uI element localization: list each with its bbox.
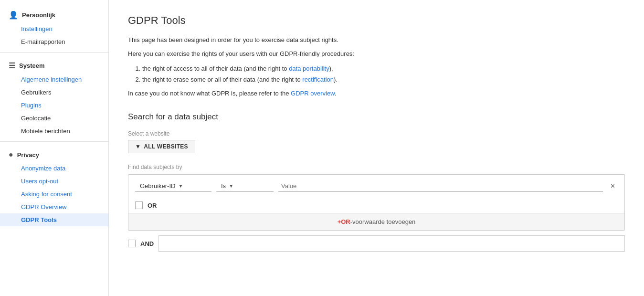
intro-list-item-1: the right of access to all of their data… bbox=[142, 63, 625, 74]
person-icon: 👤 bbox=[9, 11, 18, 20]
filter-box: Gebruiker-ID ▼ Is ▼ × OR +O bbox=[128, 174, 625, 231]
sidebar-divider-2 bbox=[0, 141, 108, 142]
sidebar-item-algemene-instellingen[interactable]: Algemene instellingen bbox=[0, 73, 108, 86]
sidebar-item-gebruikers[interactable]: Gebruikers bbox=[0, 86, 108, 99]
close-filter-button[interactable]: × bbox=[608, 181, 618, 191]
and-row: AND bbox=[128, 231, 625, 256]
page-title: GDPR Tools bbox=[128, 14, 625, 27]
filter-value-input[interactable] bbox=[278, 180, 603, 192]
sidebar-item-users-opt-out[interactable]: Users opt-out bbox=[0, 175, 108, 188]
rectification-link[interactable]: rectification bbox=[302, 76, 334, 83]
intro-list-item-2: the right to erase some or all of their … bbox=[142, 74, 625, 85]
sidebar-item-gdpr-tools[interactable]: GDPR Tools bbox=[0, 213, 108, 226]
search-section-title: Search for a data subject bbox=[128, 112, 625, 122]
sidebar-divider-1 bbox=[0, 52, 108, 53]
sidebar-item-mobiele-berichten[interactable]: Mobiele berichten bbox=[0, 125, 108, 137]
privacy-icon: ● bbox=[9, 150, 13, 159]
sidebar-item-anonymize-data[interactable]: Anonymize data bbox=[0, 162, 108, 175]
website-selector: Select a website ▼ ALL WEBSITES bbox=[128, 130, 625, 153]
sidebar: 👤 Persoonlijk Instellingen E-mailrapport… bbox=[0, 0, 109, 296]
sidebar-section-privacy: ● Privacy bbox=[0, 146, 108, 162]
all-websites-button[interactable]: ▼ ALL WEBSITES bbox=[128, 140, 195, 153]
add-or-condition-button[interactable]: +OR-voorwaarde toevoegen bbox=[128, 213, 624, 230]
condition-dropdown-arrow: ▼ bbox=[229, 183, 233, 189]
sidebar-item-emailrapporten[interactable]: E-mailrapporten bbox=[0, 35, 108, 48]
sidebar-item-asking-for-consent[interactable]: Asking for consent bbox=[0, 188, 108, 201]
intro-text-2: Here you can exercise the rights of your… bbox=[128, 49, 625, 59]
intro-text-1: This page has been designed in order for… bbox=[128, 35, 625, 45]
or-checkbox[interactable] bbox=[135, 201, 143, 209]
portability-link[interactable]: data portability bbox=[289, 65, 329, 72]
intro-list: the right of access to all of their data… bbox=[142, 63, 625, 85]
main-content: GDPR Tools This page has been designed i… bbox=[109, 0, 644, 296]
sidebar-item-geolocatie[interactable]: Geolocatie bbox=[0, 112, 108, 125]
condition-selector[interactable]: Is ▼ bbox=[216, 180, 274, 192]
field-dropdown-arrow: ▼ bbox=[178, 183, 183, 189]
intro-text-3: In case you do not know what GDPR is, pl… bbox=[128, 89, 625, 99]
sidebar-item-instellingen[interactable]: Instellingen bbox=[0, 22, 108, 35]
and-input[interactable] bbox=[158, 235, 625, 252]
sidebar-section-systeem: ☰ Systeem bbox=[0, 56, 108, 73]
sidebar-item-plugins[interactable]: Plugins bbox=[0, 99, 108, 112]
or-label: OR bbox=[148, 202, 157, 209]
filter-section: Find data subjects by Gebruiker-ID ▼ Is … bbox=[128, 164, 625, 256]
list-icon: ☰ bbox=[9, 61, 15, 70]
find-label: Find data subjects by bbox=[128, 164, 625, 170]
and-checkbox[interactable] bbox=[128, 240, 136, 247]
sidebar-item-gdpr-overview[interactable]: GDPR Overview bbox=[0, 201, 108, 213]
or-row: OR bbox=[128, 198, 624, 213]
field-selector[interactable]: Gebruiker-ID ▼ bbox=[135, 180, 211, 192]
and-label: AND bbox=[140, 240, 154, 247]
sidebar-section-persoonlijk: 👤 Persoonlijk bbox=[0, 6, 108, 22]
select-website-label: Select a website bbox=[128, 130, 625, 137]
filter-row: Gebruiker-ID ▼ Is ▼ × bbox=[128, 175, 624, 198]
gdpr-overview-link[interactable]: GDPR overview bbox=[291, 90, 335, 97]
dropdown-chevron-icon: ▼ bbox=[135, 143, 141, 150]
